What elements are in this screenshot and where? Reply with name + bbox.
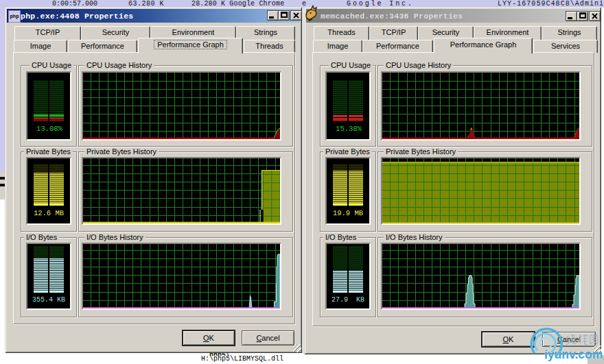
- svg-text:15.38%: 15.38%: [336, 125, 362, 133]
- svg-text:13.08%: 13.08%: [36, 125, 63, 133]
- svg-text:27.9 KB: 27.9 KB: [332, 296, 364, 304]
- svg-text:355.4 KB: 355.4 KB: [32, 296, 65, 304]
- svg-text:12.6 MB: 12.6 MB: [34, 209, 64, 217]
- svg-text:19.9 MB: 19.9 MB: [333, 209, 363, 217]
- svg-text:iyunv.com: iyunv.com: [544, 348, 603, 361]
